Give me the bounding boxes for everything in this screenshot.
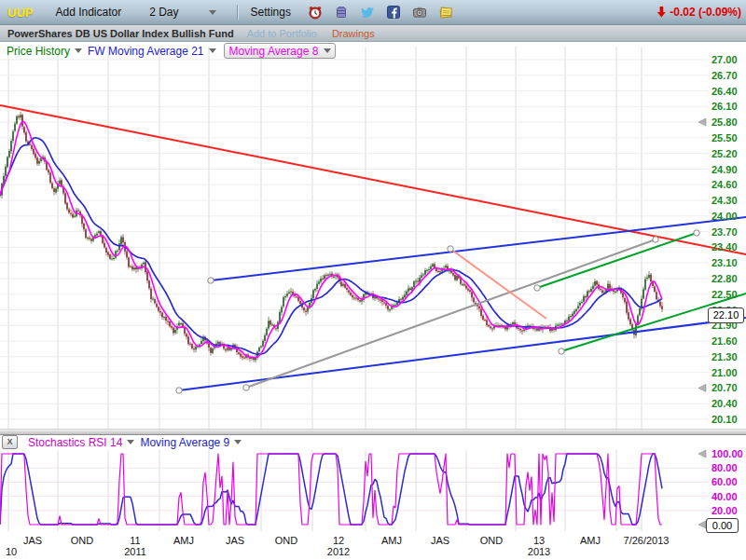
candle-body bbox=[40, 158, 42, 161]
candle-body bbox=[519, 329, 521, 331]
candle-body bbox=[107, 253, 109, 255]
panel-divider[interactable] bbox=[0, 429, 746, 435]
candle-body bbox=[644, 280, 646, 290]
trendline-green-upper-handle[interactable] bbox=[534, 285, 540, 291]
candle-body bbox=[661, 306, 663, 309]
chevron-down-icon[interactable] bbox=[209, 48, 216, 53]
trendline-green-upper-handle[interactable] bbox=[694, 230, 699, 236]
candle-body bbox=[150, 289, 152, 299]
alarm-icon[interactable] bbox=[308, 5, 323, 20]
candle-body bbox=[570, 316, 572, 317]
period-dropdown[interactable]: 2 Day bbox=[149, 6, 221, 19]
trendline-green-lower-handle[interactable] bbox=[559, 348, 564, 354]
candle-body bbox=[413, 281, 415, 287]
candle-body bbox=[383, 302, 385, 303]
candle-body bbox=[100, 231, 102, 235]
ma21-dropdown[interactable]: FW Moving Average 21 bbox=[88, 45, 204, 58]
drawings-link[interactable]: Drawings bbox=[332, 28, 375, 39]
candle-body bbox=[7, 157, 8, 167]
candle-body bbox=[10, 141, 12, 151]
chevron-down-icon[interactable] bbox=[127, 440, 134, 444]
settings-button[interactable]: Settings bbox=[251, 6, 291, 19]
candle-body bbox=[592, 286, 594, 289]
candle-body bbox=[279, 312, 281, 322]
facebook-icon[interactable] bbox=[386, 5, 401, 20]
candle-body bbox=[113, 258, 115, 259]
candle-body bbox=[626, 302, 628, 313]
candle-body bbox=[31, 145, 33, 149]
candle-body bbox=[109, 254, 111, 259]
candle-body bbox=[428, 269, 430, 270]
candle-body bbox=[193, 348, 195, 349]
candle-body bbox=[430, 266, 432, 269]
candle-body bbox=[180, 323, 182, 324]
candle-body bbox=[187, 336, 189, 344]
candle-body bbox=[628, 312, 629, 319]
candle-body bbox=[303, 307, 305, 310]
candle-body bbox=[72, 214, 74, 218]
add-to-portfolio-link[interactable]: Add to Portfolio bbox=[247, 28, 317, 39]
candle-body bbox=[115, 251, 117, 257]
candle-body bbox=[143, 263, 145, 265]
candle-body bbox=[491, 328, 493, 329]
candle-body bbox=[53, 188, 55, 192]
candle-body bbox=[18, 116, 20, 117]
price-history-dropdown[interactable]: Price History bbox=[7, 45, 70, 58]
candle-body bbox=[467, 289, 469, 291]
camera-icon[interactable] bbox=[412, 5, 427, 20]
candle-body bbox=[165, 317, 167, 321]
candle-body bbox=[283, 297, 284, 307]
trendline-blue-channel-bottom-handle[interactable] bbox=[176, 388, 182, 393]
candle-body bbox=[594, 281, 596, 286]
ma9-dropdown[interactable]: Moving Average 9 bbox=[140, 436, 229, 449]
portfolio-icon[interactable] bbox=[334, 5, 349, 20]
candle-body bbox=[583, 296, 585, 302]
candle-body bbox=[374, 297, 376, 298]
candle-body bbox=[518, 328, 519, 329]
candle-body bbox=[387, 306, 389, 309]
candle-body bbox=[258, 348, 260, 351]
trendline-blue-channel-top[interactable] bbox=[211, 217, 746, 280]
candle-body bbox=[284, 296, 286, 297]
candle-body bbox=[96, 234, 98, 236]
candle-body bbox=[654, 286, 656, 292]
stoch-current-box: 0.00 bbox=[706, 518, 739, 533]
chevron-down-icon bbox=[324, 48, 331, 53]
ma8-dropdown[interactable]: Moving Average 8 bbox=[224, 43, 337, 59]
chevron-down-icon[interactable] bbox=[75, 48, 82, 53]
candle-body bbox=[74, 216, 76, 217]
candle-body bbox=[189, 344, 191, 345]
chevron-down-icon[interactable] bbox=[234, 440, 242, 444]
candle-body bbox=[5, 167, 7, 176]
candle-body bbox=[357, 298, 359, 300]
candle-body bbox=[342, 284, 344, 286]
candle-body bbox=[650, 275, 652, 282]
candle-body bbox=[587, 291, 588, 296]
candle-body bbox=[378, 298, 380, 299]
candle-body bbox=[404, 294, 406, 297]
trendline-salmon-handle[interactable] bbox=[448, 246, 453, 252]
trendline-blue-channel-bottom[interactable] bbox=[179, 318, 746, 390]
candle-body bbox=[266, 329, 268, 335]
close-indicator-button[interactable]: X bbox=[2, 435, 18, 449]
twitter-icon[interactable] bbox=[360, 5, 375, 20]
candle-body bbox=[490, 326, 491, 328]
trendline-blue-channel-top-handle[interactable] bbox=[208, 278, 214, 283]
notes-icon[interactable] bbox=[438, 5, 453, 20]
candle-body bbox=[219, 342, 221, 344]
candle-body bbox=[590, 289, 592, 292]
candle-body bbox=[415, 281, 417, 282]
stochastics-dropdown[interactable]: Stochastics RSI 14 bbox=[28, 436, 122, 449]
add-indicator-button[interactable]: Add Indicator bbox=[55, 6, 121, 19]
candle-body bbox=[120, 237, 122, 243]
candle-body bbox=[322, 279, 324, 280]
candle-body bbox=[8, 151, 10, 157]
candle-body bbox=[385, 303, 387, 306]
candle-body bbox=[400, 299, 402, 300]
candle-body bbox=[14, 124, 16, 131]
trendline-gray-handle[interactable] bbox=[243, 385, 249, 390]
trendline-gray-handle[interactable] bbox=[653, 237, 658, 242]
candle-body bbox=[409, 288, 411, 290]
candle-body bbox=[305, 311, 307, 312]
candle-body bbox=[61, 180, 62, 185]
